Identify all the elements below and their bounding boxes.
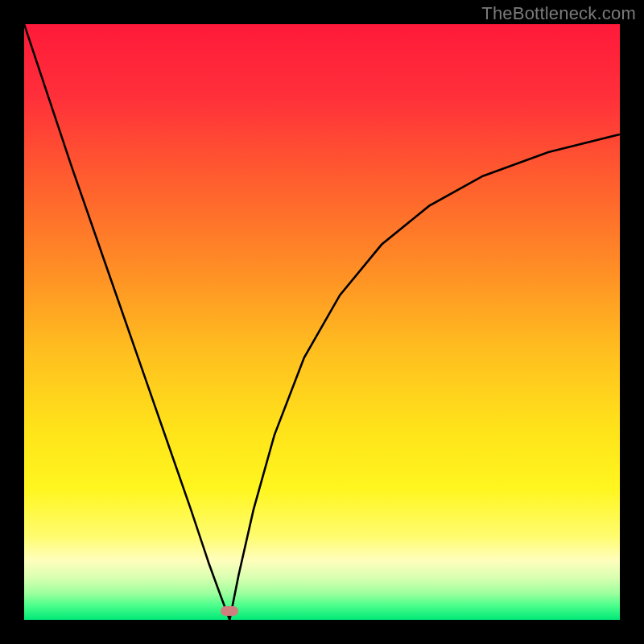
plot-area [24, 24, 620, 620]
chart-frame: TheBottleneck.com [0, 0, 644, 644]
watermark-text: TheBottleneck.com [481, 3, 636, 24]
